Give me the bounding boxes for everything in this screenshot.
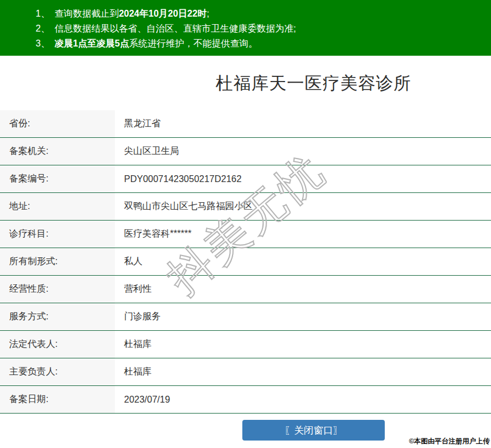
notice-banner: 1、查询数据截止到2024年10月20日22时; 2、信息数据结果以各省、自治区… bbox=[0, 0, 491, 56]
field-value: 杜福库 bbox=[115, 358, 491, 385]
field-label: 主要负责人: bbox=[0, 358, 115, 385]
table-row: 备案机关:尖山区卫生局 bbox=[0, 138, 491, 165]
field-value: 营利性 bbox=[115, 276, 491, 303]
table-row: 备案日期:2023/07/19 bbox=[0, 386, 491, 414]
notice-text: ; bbox=[207, 9, 209, 18]
notice-text: 系统进行维护，不能提供查询。 bbox=[129, 38, 258, 48]
field-value: PDY00071423050217D2162 bbox=[115, 165, 491, 192]
field-value: 门诊服务 bbox=[115, 303, 491, 330]
notice-number: 3、 bbox=[36, 38, 50, 48]
field-label: 法定代表人: bbox=[0, 331, 115, 358]
table-row: 法定代表人:杜福库 bbox=[0, 331, 491, 358]
table-row: 备案编号:PDY00071423050217D2162 bbox=[0, 165, 491, 193]
notice-number: 2、 bbox=[36, 24, 50, 33]
notice-text-bold: 2024年10月20日22时 bbox=[119, 9, 207, 18]
field-value: 私人 bbox=[115, 248, 491, 275]
upload-credit: ©本图由平台注册用户上传 bbox=[409, 437, 490, 446]
info-table: 省份:黑龙江省备案机关:尖山区卫生局备案编号:PDY00071423050217… bbox=[0, 110, 491, 414]
table-row: 主要负责人:杜福库 bbox=[0, 358, 491, 386]
close-window-button[interactable]: 〖关闭窗口〗 bbox=[242, 420, 385, 441]
field-value: 医疗美容科****** bbox=[115, 221, 491, 248]
table-row: 所有制形式:私人 bbox=[0, 248, 491, 276]
field-label: 服务方式: bbox=[0, 303, 115, 330]
notice-item: 3、凌晨1点至凌晨5点系统进行维护，不能提供查询。 bbox=[36, 36, 491, 51]
table-row: 经营性质:营利性 bbox=[0, 276, 491, 303]
field-value: 尖山区卫生局 bbox=[115, 138, 491, 165]
field-label: 省份: bbox=[0, 110, 115, 137]
page-title: 杜福库天一医疗美容诊所 bbox=[0, 73, 491, 94]
field-label: 地址: bbox=[0, 193, 115, 220]
field-value: 2023/07/19 bbox=[115, 386, 491, 413]
field-value: 黑龙江省 bbox=[115, 110, 491, 137]
field-value: 双鸭山市尖山区七马路福园小区 bbox=[115, 193, 491, 220]
field-label: 备案机关: bbox=[0, 138, 115, 165]
notice-item: 2、信息数据结果以各省、自治区、直辖市卫生健康委数据为准; bbox=[36, 21, 491, 36]
notice-number: 1、 bbox=[36, 9, 50, 18]
table-row: 地址:双鸭山市尖山区七马路福园小区 bbox=[0, 193, 491, 221]
table-row: 服务方式:门诊服务 bbox=[0, 303, 491, 331]
field-label: 经营性质: bbox=[0, 276, 115, 303]
field-label: 备案编号: bbox=[0, 165, 115, 192]
field-label: 所有制形式: bbox=[0, 248, 115, 275]
field-label: 诊疗科目: bbox=[0, 221, 115, 248]
notice-text: 信息数据结果以各省、自治区、直辖市卫生健康委数据为准; bbox=[55, 24, 296, 33]
notice-item: 1、查询数据截止到2024年10月20日22时; bbox=[36, 6, 491, 21]
table-row: 省份:黑龙江省 bbox=[0, 110, 491, 138]
page: 1、查询数据截止到2024年10月20日22时; 2、信息数据结果以各省、自治区… bbox=[0, 0, 491, 441]
field-label: 备案日期: bbox=[0, 386, 115, 413]
field-value: 杜福库 bbox=[115, 331, 491, 358]
table-row: 诊疗科目:医疗美容科****** bbox=[0, 221, 491, 248]
notice-text-bold: 凌晨1点至凌晨5点 bbox=[55, 38, 129, 48]
notice-text: 查询数据截止到 bbox=[55, 9, 119, 18]
